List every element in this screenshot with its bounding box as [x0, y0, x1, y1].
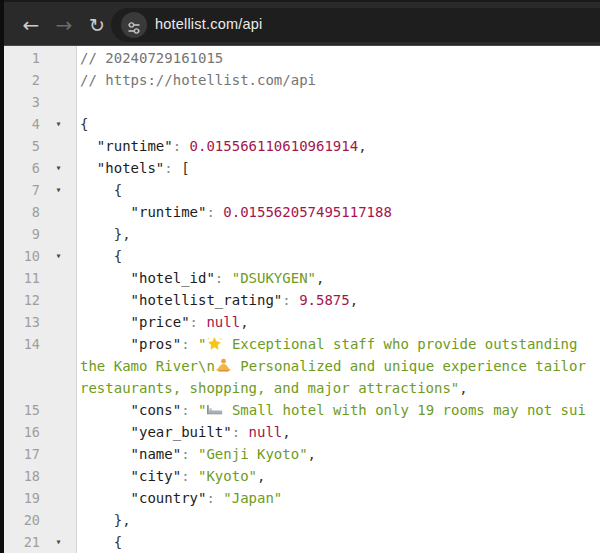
token-comment: // https://hotellist.com/api — [80, 72, 316, 88]
code-line: 19 "country": "Japan" — [4, 487, 600, 509]
token-colon: : — [215, 270, 232, 286]
token-punct: { — [80, 182, 122, 198]
line-number: 10 — [4, 245, 40, 267]
token-num: 0.015562057495117188 — [223, 204, 392, 220]
line-number: 8 — [4, 201, 40, 223]
token-colon: : — [181, 336, 198, 352]
token-key: "year_built" — [80, 424, 232, 440]
collapse-spacer — [40, 135, 77, 157]
token-punct: }, — [80, 512, 131, 528]
code-line: 18 "city": "Kyoto", — [4, 465, 600, 487]
token-colon: : — [206, 490, 223, 506]
collapse-spacer — [40, 223, 77, 245]
collapse-spacer — [40, 443, 77, 465]
token-key: "name" — [80, 446, 181, 462]
code-text: "hotels": [ — [77, 157, 190, 179]
line-number: 2 — [4, 69, 40, 91]
code-text: { — [77, 531, 122, 553]
code-line: 7▾ { — [4, 179, 600, 201]
line-number: 17 — [4, 443, 40, 465]
code-text: { — [77, 245, 122, 267]
token-colon: : — [282, 292, 299, 308]
forward-button[interactable]: → — [51, 12, 77, 38]
code-line: 1// 20240729161015 — [4, 47, 600, 69]
code-text: "runtime": 0.015566110610961914, — [77, 135, 367, 157]
code-text: "city": "Kyoto", — [77, 465, 265, 487]
token-punct: , — [350, 292, 358, 308]
token-key: "runtime" — [80, 138, 173, 154]
code-line: 3 — [4, 91, 600, 113]
code-line: 2// https://hotellist.com/api — [4, 69, 600, 91]
code-text: "cons": " Small hotel with only 19 rooms… — [77, 399, 586, 421]
token-str: "Genji Kyoto" — [198, 446, 308, 462]
line-number: 9 — [4, 223, 40, 245]
token-colon: : — [181, 446, 198, 462]
token-str: restaurants, shopping, and major attract… — [80, 380, 459, 396]
token-punct: [ — [181, 160, 189, 176]
token-punct: , — [358, 138, 366, 154]
code-text: the Kamo River\n Personalized and unique… — [77, 355, 586, 377]
code-line: 14 "pros": " Exceptional staff who provi… — [4, 333, 600, 355]
collapse-toggle-icon[interactable]: ▾ — [40, 179, 77, 201]
collapse-spacer — [40, 333, 77, 355]
collapse-spacer — [40, 47, 77, 69]
collapse-toggle-icon[interactable]: ▾ — [40, 531, 77, 553]
code-line: 13 "price": null, — [4, 311, 600, 333]
address-bar[interactable]: hotellist.com/api — [111, 8, 600, 42]
line-number: 7 — [4, 179, 40, 201]
token-key: "runtime" — [80, 204, 206, 220]
line-number: 15 — [4, 399, 40, 421]
token-num: null — [249, 424, 283, 440]
code-text: restaurants, shopping, and major attract… — [77, 377, 468, 399]
site-settings-button[interactable] — [121, 12, 147, 38]
token-str: "Japan" — [223, 490, 282, 506]
line-number: 19 — [4, 487, 40, 509]
collapse-toggle-icon[interactable]: ▾ — [40, 113, 77, 135]
line-number: 14 — [4, 333, 40, 355]
line-number: 1 — [4, 47, 40, 69]
collapse-spacer — [40, 91, 77, 113]
browser-toolbar: ← → ↻ hotellist.com/api — [0, 0, 600, 46]
code-line: 8 "runtime": 0.015562057495117188 — [4, 201, 600, 223]
code-line: 6▾ "hotels": [ — [4, 157, 600, 179]
token-str: "Kyoto" — [198, 468, 257, 484]
token-colon: : — [232, 424, 249, 440]
window-edge — [0, 0, 4, 553]
token-str: "DSUKYGEN" — [232, 270, 316, 286]
token-num: null — [206, 314, 240, 330]
collapse-toggle-icon[interactable]: ▾ — [40, 157, 77, 179]
token-key: "country" — [80, 490, 206, 506]
collapse-spacer — [40, 377, 77, 399]
code-line: 15 "cons": " Small hotel with only 19 ro… — [4, 399, 600, 421]
collapse-toggle-icon[interactable]: ▾ — [40, 245, 77, 267]
code-text: // https://hotellist.com/api — [77, 69, 316, 91]
code-line: 16 "year_built": null, — [4, 421, 600, 443]
collapse-spacer — [40, 289, 77, 311]
collapse-spacer — [40, 421, 77, 443]
bed-emoji — [206, 402, 223, 417]
token-punct: , — [257, 468, 265, 484]
line-number: 21 — [4, 531, 40, 553]
token-colon: : — [206, 204, 223, 220]
code-line: 17 "name": "Genji Kyoto", — [4, 443, 600, 465]
back-button[interactable]: ← — [18, 12, 44, 38]
line-number: 6 — [4, 157, 40, 179]
token-punct: , — [308, 446, 316, 462]
code-text: "pros": " Exceptional staff who provide … — [77, 333, 577, 355]
code-line: 12 "hotellist_rating": 9.5875, — [4, 289, 600, 311]
token-str: " Exceptional staff who provide outstand… — [198, 336, 577, 352]
token-colon: : — [181, 402, 198, 418]
token-key: "cons" — [80, 402, 181, 418]
token-punct: , — [282, 424, 290, 440]
collapse-spacer — [40, 355, 77, 377]
collapse-spacer — [40, 509, 77, 531]
code-text — [77, 91, 80, 113]
token-colon: : — [190, 314, 207, 330]
token-colon: : — [181, 468, 198, 484]
token-key: "price" — [80, 314, 190, 330]
collapse-spacer — [40, 465, 77, 487]
code-text: "country": "Japan" — [77, 487, 282, 509]
reload-button[interactable]: ↻ — [84, 12, 110, 38]
code-line: 21▾ { — [4, 531, 600, 553]
token-key: "hotel_id" — [80, 270, 215, 286]
